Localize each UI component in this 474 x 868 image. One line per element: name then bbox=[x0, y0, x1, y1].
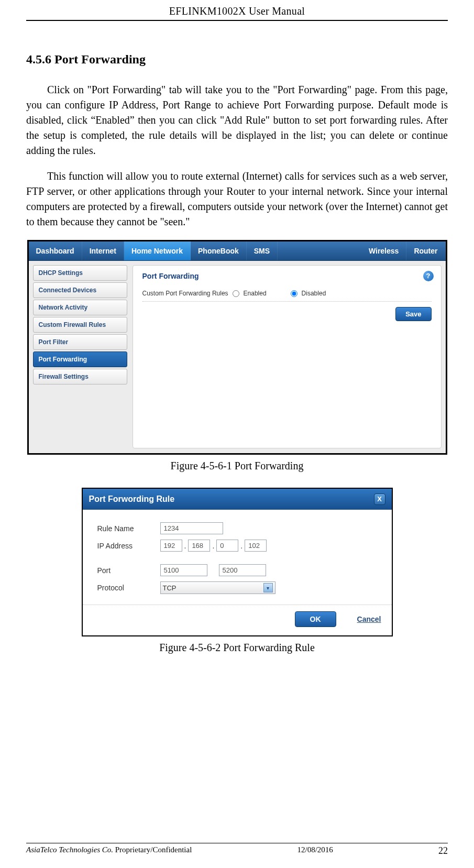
paragraph-2: This function will allow you to route ex… bbox=[26, 169, 448, 229]
radio-disabled[interactable] bbox=[291, 290, 297, 297]
label-enabled: Enabled bbox=[244, 290, 267, 297]
close-button[interactable]: X bbox=[374, 493, 385, 505]
cancel-link[interactable]: Cancel bbox=[357, 615, 381, 623]
dialog-footer: OK Cancel bbox=[83, 605, 392, 635]
dialog-title: Port Forwording Rule bbox=[89, 495, 175, 504]
input-ip-3[interactable] bbox=[216, 540, 238, 552]
ok-button[interactable]: OK bbox=[295, 611, 336, 627]
label-protocol: Protocol bbox=[97, 584, 160, 592]
ip-dot: . bbox=[240, 542, 242, 550]
footer-page-number: 22 bbox=[438, 845, 448, 856]
sidebar-item-port-forwarding[interactable]: Port Forwarding bbox=[33, 351, 127, 367]
input-port-from[interactable] bbox=[160, 564, 207, 576]
section-heading: 4.5.6 Port Forwarding bbox=[26, 52, 448, 67]
radio-enabled[interactable] bbox=[233, 290, 239, 297]
select-protocol[interactable]: TCP ▾ bbox=[160, 581, 275, 594]
input-ip-1[interactable] bbox=[160, 540, 182, 552]
section-title: Port Forwarding bbox=[54, 52, 146, 66]
top-navbar: Dashboard Internet Home Network PhoneBoo… bbox=[29, 241, 446, 261]
sidebar-item-dhcp[interactable]: DHCP Settings bbox=[33, 265, 127, 281]
nav-router[interactable]: Router bbox=[406, 241, 445, 260]
content-panel: ? Port Forwarding Custom Port Forwarding… bbox=[133, 265, 442, 448]
sidebar: DHCP Settings Connected Devices Network … bbox=[33, 265, 127, 448]
input-ip-4[interactable] bbox=[245, 540, 267, 552]
nav-sms[interactable]: SMS bbox=[247, 241, 278, 260]
ip-dot: . bbox=[184, 542, 186, 550]
nav-phonebook[interactable]: PhoneBook bbox=[191, 241, 247, 260]
rules-label: Custom Port Forwarding Rules bbox=[142, 290, 228, 297]
nav-spacer bbox=[278, 241, 361, 260]
sidebar-item-custom-firewall[interactable]: Custom Firewall Rules bbox=[33, 317, 127, 333]
sidebar-item-firewall-settings[interactable]: Firewall Settings bbox=[33, 369, 127, 384]
sidebar-item-network-activity[interactable]: Network Activity bbox=[33, 300, 127, 315]
separator bbox=[142, 301, 432, 302]
sidebar-item-connected-devices[interactable]: Connected Devices bbox=[33, 282, 127, 298]
footer-date: 12/08/2016 bbox=[297, 845, 333, 856]
input-rule-name[interactable] bbox=[160, 522, 223, 534]
help-icon[interactable]: ? bbox=[423, 271, 434, 281]
doc-footer: AsiaTelco Technologies Co. Proprietary/C… bbox=[26, 843, 448, 856]
dialog-body: Rule Name IP Address . . . Port bbox=[83, 510, 392, 605]
spacer bbox=[97, 557, 377, 564]
figure-caption-1: Figure 4-5-6-1 Port Forwarding bbox=[26, 460, 448, 472]
input-port-to[interactable] bbox=[219, 564, 266, 576]
footer-company: AsiaTelco Technologies Co. bbox=[26, 845, 113, 854]
label-port: Port bbox=[97, 566, 160, 575]
label-ip-address: IP Address bbox=[97, 542, 160, 550]
ip-dot: . bbox=[212, 542, 214, 550]
input-ip-2[interactable] bbox=[188, 540, 210, 552]
sidebar-item-port-filter[interactable]: Port Filter bbox=[33, 334, 127, 350]
chevron-down-icon: ▾ bbox=[263, 583, 273, 592]
screenshot-port-forwarding: Dashboard Internet Home Network PhoneBoo… bbox=[27, 240, 447, 455]
nav-dashboard[interactable]: Dashboard bbox=[29, 241, 82, 260]
save-button[interactable]: Save bbox=[395, 307, 431, 321]
select-protocol-value: TCP bbox=[163, 584, 177, 592]
label-rule-name: Rule Name bbox=[97, 524, 160, 533]
figure-caption-2: Figure 4-5-6-2 Port Forwarding Rule bbox=[26, 642, 448, 654]
nav-internet[interactable]: Internet bbox=[82, 241, 124, 260]
paragraph-1: Click on "Port Forwarding" tab will take… bbox=[26, 82, 448, 158]
label-disabled: Disabled bbox=[302, 290, 326, 297]
rules-toggle-row: Custom Port Forwarding Rules Enabled Dis… bbox=[142, 290, 432, 297]
nav-wireless[interactable]: Wireless bbox=[361, 241, 406, 260]
panel-title: Port Forwarding bbox=[142, 272, 432, 280]
dialog-titlebar: Port Forwording Rule X bbox=[83, 489, 392, 510]
screenshot-port-forwarding-rule: Port Forwording Rule X Rule Name IP Addr… bbox=[82, 488, 393, 636]
nav-home-network[interactable]: Home Network bbox=[124, 241, 191, 260]
doc-header: EFLINKM1002X User Manual bbox=[26, 5, 448, 21]
section-number: 4.5.6 bbox=[26, 52, 51, 66]
footer-confidential: Proprietary/Confidential bbox=[113, 845, 192, 854]
